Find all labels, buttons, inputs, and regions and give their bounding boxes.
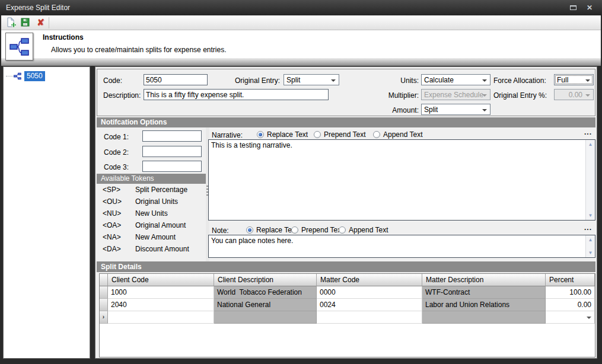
delete-icon: ✘ [37,17,44,27]
cell-client-code[interactable]: 2040 [108,299,214,311]
cell-matter-code[interactable] [317,311,422,324]
note-label: Note: [212,226,229,235]
chevron-down-icon [331,79,336,82]
note-replace-radio[interactable]: Replace Text [246,225,297,235]
note-textarea[interactable]: You can place notes here. [209,235,585,257]
narrative-append-radio[interactable]: Append Text [373,130,423,139]
multiplier-combo: Expense Schedule [421,89,490,100]
table-row[interactable]: 2040 National General 0024 Labor and Uni… [100,299,595,311]
new-record-icon [6,17,16,27]
token-code: <NU> [103,207,121,219]
original-entry-pct-spinner: 0.00 [554,89,594,100]
toolbar-separator [49,17,49,28]
code1-input[interactable] [142,130,202,142]
delete-button[interactable]: ✘ [35,17,46,28]
token-description: Discount Amount [135,243,189,255]
token-row: <OU> Original Units [97,196,206,207]
tree-branch-line [6,76,13,76]
cell-client-code[interactable]: 1000 [108,286,214,299]
close-icon: ✕ [587,4,593,12]
tree-item-split-icon [13,72,22,80]
note-scrollbar[interactable]: ▲ ▼ [585,235,595,257]
narrative-textarea[interactable]: This is a testing narrative. [209,140,585,220]
scroll-down-icon[interactable]: ▼ [586,213,595,218]
cell-client-description: National General [214,299,317,311]
table-row[interactable]: 1000 World Tobacco Federation 0000 WTF-C… [100,286,595,299]
units-combo[interactable]: Calculate [421,74,490,85]
narrative-scrollbar[interactable]: ▲ ▼ [585,140,595,220]
column-header-client-code[interactable]: Client Code [108,274,214,286]
column-header-percent[interactable]: Percent [546,274,595,286]
restore-button[interactable] [564,0,582,15]
code2-label: Code 2: [104,148,129,157]
amount-label: Amount: [376,106,419,114]
header-form: Code: Original Entry: Split Units: Calcu… [97,69,595,116]
notification-codes-panel: Code 1: Code 2: Code 3: Available Tokens… [97,127,206,261]
narrative-replace-radio[interactable]: Replace Text [257,130,308,139]
chevron-down-icon [585,94,590,97]
new-record-button[interactable] [5,17,17,28]
narrative-label: Narrative: [212,131,243,139]
instructions-description: Allows you to create/maintain splits for… [51,46,226,54]
column-header-client-description[interactable]: Client Description [214,274,317,286]
scroll-up-icon[interactable]: ▲ [586,237,595,242]
token-row: <NA> New Amount [97,231,206,243]
description-label: Description: [103,91,141,100]
save-button[interactable] [20,17,31,28]
scroll-down-icon[interactable]: ▼ [586,250,595,256]
note-prepend-radio[interactable]: Prepend Text [291,225,343,235]
tree-item-5050[interactable]: 5050 [6,71,45,81]
grid-corner-cell [100,274,108,286]
code3-label: Code 3: [104,163,129,171]
restore-icon [570,5,576,10]
scroll-up-icon[interactable]: ▲ [586,142,595,147]
radio-icon [314,131,321,138]
amount-combo[interactable]: Split [421,104,490,115]
cell-percent[interactable] [546,311,595,324]
table-new-row[interactable]: › [100,311,595,324]
column-header-matter-description[interactable]: Matter Description [422,274,546,286]
code2-input[interactable] [142,146,202,157]
code3-input[interactable] [142,161,202,172]
token-row: <NU> New Units [97,207,206,219]
token-code: <SP> [103,184,120,196]
cell-client-description: World Tobacco Federation [214,286,317,299]
original-entry-combo[interactable]: Split [284,74,339,85]
token-code: <OA> [103,219,121,231]
radio-icon [373,131,380,138]
token-code: <OU> [103,196,122,207]
cell-percent[interactable]: 0.00 [546,299,595,311]
column-header-matter-code[interactable]: Matter Code [317,274,422,286]
note-append-radio[interactable]: Append Text [339,225,388,235]
cell-matter-code[interactable]: 0000 [317,286,422,299]
cell-matter-description: Labor and Union Relations [422,299,546,311]
code-input[interactable] [144,74,208,85]
token-code: <NA> [103,231,121,243]
note-textbox: You can place notes here. ▲ ▼ [208,235,595,258]
instructions-gradient [1,58,601,66]
row-header[interactable] [100,286,108,299]
cell-matter-code[interactable]: 0024 [317,299,422,311]
narrative-more-button[interactable]: ... [584,128,592,136]
notification-options-header: Notifcation Options [97,117,595,127]
editor-panel: Code: Original Entry: Split Units: Calcu… [95,66,597,359]
description-input[interactable] [144,89,329,100]
instructions-title: Instructions [43,33,84,41]
force-allocation-combo[interactable]: Full [554,74,594,85]
cell-client-code[interactable] [108,311,214,324]
tree-item-label: 5050 [24,71,45,81]
close-button[interactable]: ✕ [581,0,598,15]
note-more-button[interactable]: ... [584,223,592,232]
current-row-indicator: › [100,311,108,324]
narrative-prepend-radio[interactable]: Prepend Text [314,130,366,139]
cell-percent[interactable]: 100.00 [546,286,595,299]
titlebar: Expense Split Editor ✕ [0,0,602,15]
radio-selected-icon [257,131,264,138]
split-diagram-icon [9,37,30,57]
expense-split-editor-window: Expense Split Editor ✕ ✘ [0,0,602,364]
row-header[interactable] [100,299,108,311]
token-description: New Units [135,207,168,219]
token-description: New Amount [135,231,176,243]
cell-client-description [214,311,317,324]
split-details-grid: Client Code Client Description Matter Co… [99,273,595,357]
